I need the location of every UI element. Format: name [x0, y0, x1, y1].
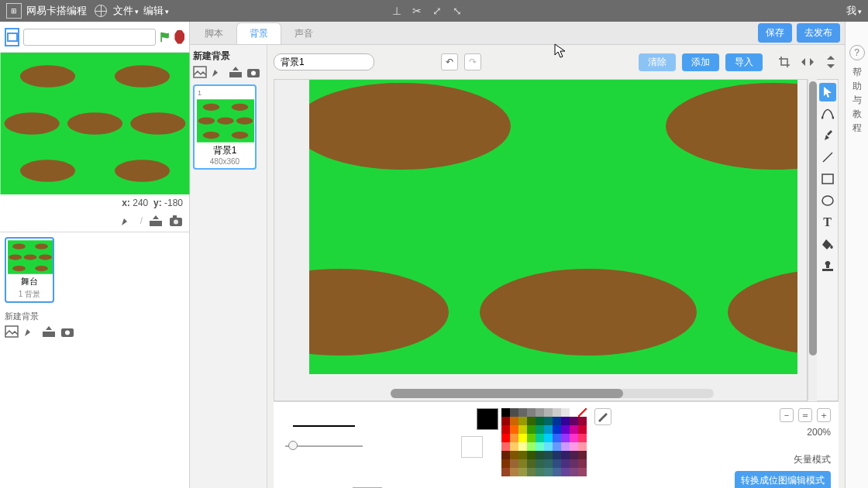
- stroke-width-slider[interactable]: [285, 441, 363, 452]
- palette-swatch[interactable]: [544, 417, 553, 425]
- palette-swatch[interactable]: [578, 459, 587, 468]
- paint-bg-icon-2[interactable]: [211, 66, 225, 78]
- palette-swatch[interactable]: [561, 468, 570, 476]
- tab-backdrop[interactable]: 背景: [236, 22, 281, 44]
- vertical-scrollbar[interactable]: [808, 79, 817, 401]
- upload-bg-icon[interactable]: [42, 325, 56, 338]
- palette-swatch[interactable]: [536, 425, 544, 434]
- palette-swatch[interactable]: [570, 451, 578, 459]
- edit-menu[interactable]: 编辑▾: [143, 4, 169, 18]
- publish-button[interactable]: 去发布: [797, 23, 840, 43]
- pen-tool-icon[interactable]: [819, 126, 836, 145]
- palette-swatch[interactable]: [570, 459, 578, 468]
- palette-swatch[interactable]: [518, 451, 527, 459]
- palette-swatch[interactable]: [561, 434, 570, 442]
- palette-swatch[interactable]: [501, 434, 510, 442]
- help-icon[interactable]: ?: [849, 45, 865, 60]
- fill-tool-icon[interactable]: [819, 235, 836, 253]
- palette-swatch[interactable]: [536, 408, 544, 417]
- user-menu[interactable]: 我▾: [846, 4, 862, 18]
- palette-swatch[interactable]: [536, 459, 544, 468]
- stage-preview[interactable]: [0, 53, 190, 194]
- palette-swatch[interactable]: [510, 425, 518, 434]
- palette-swatch[interactable]: [553, 468, 561, 476]
- text-tool-icon[interactable]: T: [819, 213, 836, 232]
- palette-swatch[interactable]: [527, 425, 536, 434]
- palette-swatch[interactable]: [510, 434, 518, 442]
- palette-swatch[interactable]: [518, 408, 527, 417]
- eyedropper-icon[interactable]: [594, 408, 611, 425]
- stop-icon[interactable]: [174, 30, 184, 44]
- palette-swatch[interactable]: [510, 417, 518, 425]
- palette-swatch[interactable]: [578, 451, 587, 459]
- palette-swatch[interactable]: [527, 451, 536, 459]
- palette-swatch[interactable]: [527, 417, 536, 425]
- palette-swatch[interactable]: [570, 468, 578, 476]
- add-button[interactable]: 添加: [682, 53, 719, 71]
- flip-v-icon[interactable]: [823, 54, 839, 70]
- palette-swatch[interactable]: [501, 442, 510, 451]
- palette-swatch[interactable]: [553, 451, 561, 459]
- palette-swatch[interactable]: [518, 434, 527, 442]
- palette-swatch[interactable]: [578, 408, 587, 417]
- redo-icon[interactable]: ↷: [464, 53, 481, 70]
- clear-button[interactable]: 清除: [639, 53, 676, 71]
- palette-swatch[interactable]: [518, 459, 527, 468]
- file-menu[interactable]: 文件▾: [113, 4, 139, 18]
- stage-thumb[interactable]: 舞台 1 背景: [5, 237, 54, 303]
- palette-swatch[interactable]: [501, 459, 510, 468]
- palette-swatch[interactable]: [536, 434, 544, 442]
- undo-icon[interactable]: ↶: [441, 53, 458, 70]
- save-button[interactable]: 保存: [758, 23, 792, 43]
- color-palette[interactable]: [501, 408, 587, 476]
- flip-h-icon[interactable]: [800, 54, 815, 70]
- palette-swatch[interactable]: [553, 434, 561, 442]
- palette-swatch[interactable]: [561, 408, 570, 417]
- palette-swatch[interactable]: [501, 468, 510, 476]
- palette-swatch[interactable]: [578, 434, 587, 442]
- palette-swatch[interactable]: [544, 434, 553, 442]
- help-text[interactable]: 帮助与教程: [846, 65, 868, 135]
- palette-swatch[interactable]: [570, 434, 578, 442]
- palette-swatch[interactable]: [527, 442, 536, 451]
- tab-script[interactable]: 脚本: [191, 22, 236, 44]
- reshape-tool-icon[interactable]: [819, 105, 836, 123]
- palette-swatch[interactable]: [518, 468, 527, 476]
- paint-sprite-icon[interactable]: [120, 215, 134, 227]
- paint-bg-icon[interactable]: [23, 325, 37, 338]
- palette-swatch[interactable]: [527, 434, 536, 442]
- palette-swatch[interactable]: [561, 451, 570, 459]
- zoom-out-icon[interactable]: －: [780, 408, 794, 422]
- line-tool-icon[interactable]: [819, 148, 836, 167]
- palette-swatch[interactable]: [578, 425, 587, 434]
- secondary-color-swatch[interactable]: [461, 436, 483, 458]
- palette-swatch[interactable]: [510, 408, 518, 417]
- palette-swatch[interactable]: [544, 408, 553, 417]
- shrink-icon[interactable]: ⤡: [453, 5, 462, 17]
- library-bg-icon[interactable]: [5, 325, 19, 338]
- palette-swatch[interactable]: [570, 442, 578, 451]
- palette-swatch[interactable]: [510, 459, 518, 468]
- palette-swatch[interactable]: [536, 442, 544, 451]
- horizontal-scrollbar[interactable]: [391, 389, 714, 398]
- palette-swatch[interactable]: [501, 425, 510, 434]
- palette-swatch[interactable]: [561, 425, 570, 434]
- palette-swatch[interactable]: [510, 468, 518, 476]
- palette-swatch[interactable]: [518, 442, 527, 451]
- stamp-tool-icon[interactable]: [819, 256, 836, 275]
- palette-swatch[interactable]: [553, 425, 561, 434]
- expand-icon[interactable]: ⤢: [432, 5, 442, 17]
- palette-swatch[interactable]: [561, 417, 570, 425]
- costume-name-input[interactable]: [274, 53, 374, 70]
- rect-tool-icon[interactable]: [819, 170, 836, 188]
- project-name-input[interactable]: [23, 29, 156, 46]
- palette-swatch[interactable]: [518, 417, 527, 425]
- palette-swatch[interactable]: [527, 459, 536, 468]
- palette-swatch[interactable]: [501, 417, 510, 425]
- palette-swatch[interactable]: [544, 442, 553, 451]
- palette-swatch[interactable]: [553, 459, 561, 468]
- palette-swatch[interactable]: [553, 442, 561, 451]
- palette-swatch[interactable]: [527, 408, 536, 417]
- library-bg-icon-2[interactable]: [193, 66, 207, 78]
- tab-sound[interactable]: 声音: [281, 22, 326, 44]
